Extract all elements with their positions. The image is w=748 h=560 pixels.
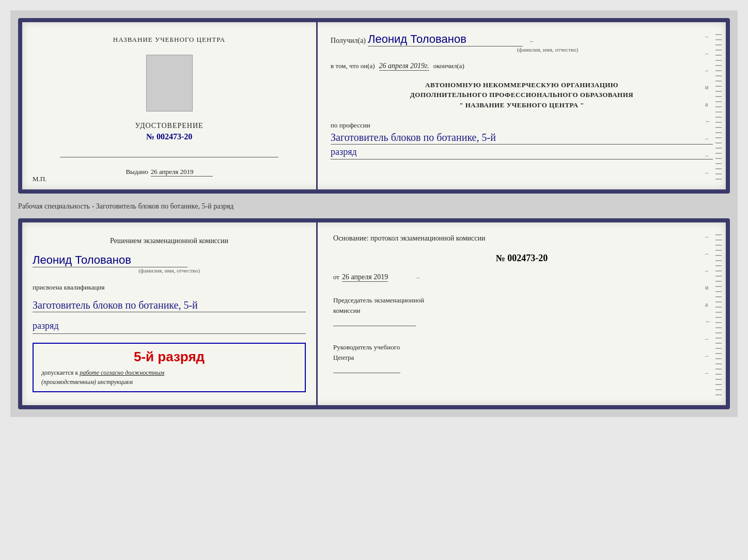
- doc2-left-panel: Решением экзаменационной комиссии Леонид…: [22, 222, 318, 405]
- recipient-block: Получил(а) Леонид Толованов – (фамилия, …: [331, 33, 713, 53]
- dash3: –: [705, 67, 711, 74]
- doc1-left-panel: НАЗВАНИЕ УЧЕБНОГО ЦЕНТРА УДОСТОВЕРЕНИЕ №…: [22, 22, 318, 189]
- rank-value-1: разряд: [331, 145, 713, 160]
- date-dash: –: [416, 274, 419, 281]
- profession-label: по профессии: [331, 121, 370, 129]
- dash7: –: [705, 135, 711, 142]
- dash4: и: [705, 84, 711, 91]
- dash8: –: [705, 152, 711, 159]
- stamp-text-block: допускается к работе согласно должностны…: [41, 367, 297, 386]
- issued-date: 26 апреля 2019: [151, 168, 213, 177]
- dash6: ←: [705, 118, 711, 125]
- profession-value-1: Заготовитель блоков по ботанике, 5-й: [331, 131, 713, 145]
- r-dash5: а: [705, 301, 711, 309]
- date-prefix: от: [333, 272, 339, 282]
- stamp-rank: 5-й разряд: [41, 349, 297, 365]
- r-dash9: –: [705, 369, 711, 377]
- org-line2: ДОПОЛНИТЕЛЬНОГО ПРОФЕССИОНАЛЬНОГО ОБРАЗО…: [331, 90, 713, 100]
- recipient-name-2: Леонид Толованов: [33, 253, 188, 267]
- org-line1: АВТОНОМНУЮ НЕКОММЕРЧЕСКУЮ ОРГАНИЗАЦИЮ: [331, 80, 713, 90]
- director-line1: Руководитель учебного: [333, 342, 710, 353]
- in-that-label: в том, что он(а): [331, 61, 375, 71]
- document-card-1: НАЗВАНИЕ УЧЕБНОГО ЦЕНТРА УДОСТОВЕРЕНИЕ №…: [18, 18, 730, 194]
- profession-block: по профессии Заготовитель блоков по бота…: [331, 120, 713, 159]
- completion-date: 26 апреля 2019г.: [379, 62, 429, 71]
- cert-number: № 002473-20: [135, 132, 203, 141]
- fio-subtitle-2: (фамилия, имя, отчество): [33, 267, 306, 274]
- recipient-name-1: Леонид Толованов: [368, 33, 523, 46]
- dash9: –: [705, 169, 711, 177]
- org-block: АВТОНОМНУЮ НЕКОММЕРЧЕСКУЮ ОРГАНИЗАЦИЮ ДО…: [331, 80, 713, 110]
- stamp-box: 5-й разряд допускается к работе согласно…: [33, 343, 306, 392]
- date-block: от 26 апреля 2019 –: [333, 272, 710, 282]
- date-value: 26 апреля 2019: [342, 273, 388, 282]
- issued-line: Выдано 26 апреля 2019: [126, 168, 212, 177]
- r-dash4: и: [705, 284, 711, 292]
- dash1: –: [705, 33, 711, 40]
- chairman-line1: Председатель экзаменационной: [333, 295, 710, 306]
- chairman-block: Председатель экзаменационной комиссии: [333, 295, 710, 326]
- photo-placeholder: [146, 55, 193, 111]
- dash5: а: [705, 101, 711, 108]
- commission-text: Решением экзаменационной комиссии: [33, 235, 306, 247]
- qualification-value: Заготовитель блоков по ботанике, 5-й: [33, 298, 306, 312]
- chairman-signature-line: [333, 326, 416, 326]
- cert-label: УДОСТОВЕРЕНИЕ: [135, 122, 203, 130]
- chairman-line2: комиссии: [333, 306, 710, 316]
- dash2: –: [705, 50, 711, 57]
- r-dash7: –: [705, 335, 711, 343]
- r-dash2: –: [705, 250, 711, 258]
- mp-label: М.П.: [33, 175, 46, 183]
- finished-label: окончил(а): [433, 61, 464, 71]
- r-dash6: ←: [705, 318, 711, 326]
- protocol-number: № 002473-20: [333, 253, 710, 264]
- doc1-right-panel: – – – и а ← – – – Получил(а) Леонид Толо…: [318, 22, 726, 189]
- stamp-underline: работе согласно должностным: [80, 369, 164, 376]
- separator-text: Рабочая специальность - Заготовитель бло…: [18, 201, 730, 211]
- stamp-line1: допускается к работе согласно должностны…: [41, 369, 164, 376]
- side-dashes-2: – – – и а ← – – –: [705, 233, 711, 377]
- director-signature-line: [333, 373, 400, 373]
- basis-text: Основание: протокол экзаменационной коми…: [333, 233, 710, 244]
- doc1-school-title: НАЗВАНИЕ УЧЕБНОГО ЦЕНТРА: [113, 35, 225, 44]
- completion-block: в том, что он(а) 26 апреля 2019г. окончи…: [331, 61, 713, 71]
- rank-value-2: разряд: [33, 318, 306, 334]
- qualification-label: присвоена квалификация: [33, 282, 306, 293]
- doc2-recipient-block: Леонид Толованов (фамилия, имя, отчество…: [33, 253, 306, 274]
- stamp-allowed-label: допускается к: [41, 369, 78, 376]
- received-label: Получил(а): [331, 37, 366, 44]
- stamp-line2: (производственным) инструкциям: [41, 378, 133, 386]
- page-container: НАЗВАНИЕ УЧЕБНОГО ЦЕНТРА УДОСТОВЕРЕНИЕ №…: [10, 10, 738, 417]
- fio-subtitle-1: (фамилия, имя, отчество): [382, 46, 713, 53]
- director-line2: Центра: [333, 353, 710, 363]
- cert-title-block: УДОСТОВЕРЕНИЕ № 002473-20: [135, 122, 203, 141]
- separator-label: Рабочая специальность - Заготовитель бло…: [18, 198, 233, 214]
- r-dash3: –: [705, 267, 711, 275]
- doc2-right-panel: – – – и а ← – – – Основание: протокол эк…: [318, 222, 726, 405]
- r-dash8: –: [705, 352, 711, 360]
- org-line3: " НАЗВАНИЕ УЧЕБНОГО ЦЕНТРА ": [331, 100, 713, 110]
- issued-label: Выдано: [126, 168, 148, 176]
- document-card-2: Решением экзаменационной комиссии Леонид…: [18, 218, 730, 409]
- r-dash1: –: [705, 233, 711, 241]
- side-dashes-1: – – – и а ← – – –: [705, 33, 711, 177]
- director-block: Руководитель учебного Центра: [333, 342, 710, 373]
